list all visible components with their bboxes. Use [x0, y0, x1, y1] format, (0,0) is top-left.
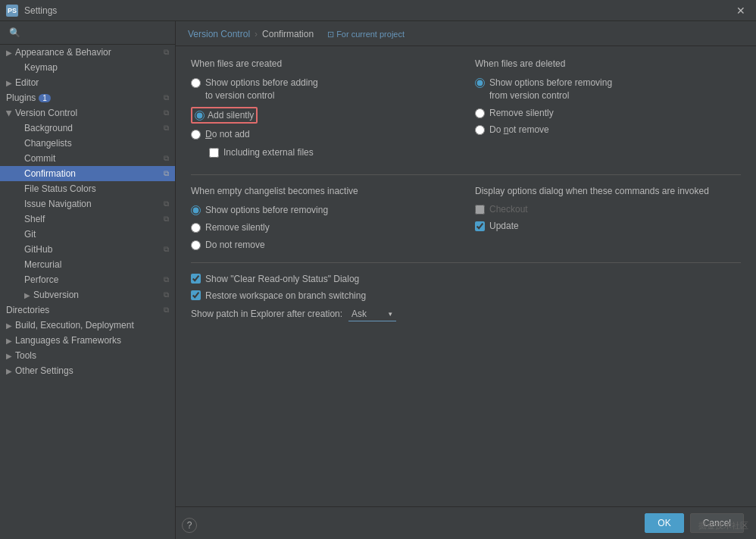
- app-icon: PS: [6, 5, 18, 17]
- sidebar-item-languages[interactable]: ▶ Languages & Frameworks: [0, 333, 175, 348]
- sidebar-item-label: Directories: [6, 305, 49, 315]
- radio-do-not-remove-input[interactable]: [475, 125, 485, 135]
- radio-do-not-add-input[interactable]: [191, 130, 201, 139]
- radio-remove-silently-cl-input[interactable]: [191, 223, 201, 233]
- update-checkbox-row[interactable]: Update: [475, 221, 741, 231]
- including-external-label: Including external files: [223, 147, 314, 158]
- radio-add-silently-row[interactable]: Add silently: [191, 107, 457, 124]
- help-button[interactable]: ?: [182, 518, 197, 533]
- radio-remove-silently-cl-label: Remove silently: [205, 221, 270, 234]
- checkout-checkbox[interactable]: [475, 205, 485, 215]
- sidebar-item-label: Background: [24, 123, 73, 133]
- files-created-section: When files are created Show options befo…: [191, 58, 457, 164]
- sidebar-item-git[interactable]: Git: [0, 227, 175, 242]
- sidebar-item-label: Issue Navigation: [24, 199, 92, 209]
- settings-grid: When files are created Show options befo…: [191, 58, 741, 164]
- show-patch-select-wrapper: Ask Always Never: [348, 307, 396, 321]
- sidebar-item-plugins[interactable]: Plugins 1 ⧉: [0, 90, 175, 105]
- changelist-inactive-section: When empty changelist becomes inactive S…: [191, 186, 457, 251]
- sidebar-item-file-status-colors[interactable]: File Status Colors: [0, 181, 175, 196]
- sidebar-item-background[interactable]: Background ⧉: [0, 121, 175, 136]
- sidebar-item-editor[interactable]: ▶ Editor: [0, 75, 175, 90]
- sidebar-item-label: Version Control: [15, 108, 77, 118]
- bottom-bar: ? OK Cancel 掘金技术社区: [176, 506, 756, 539]
- sidebar-item-perforce[interactable]: Perforce ⧉: [0, 272, 175, 287]
- nav-tree: ▶ Appearance & Behavior ⧉ Keymap ▶ Edito…: [0, 45, 175, 539]
- copy-icon: ⧉: [164, 108, 169, 118]
- radio-add-silently-input[interactable]: [195, 111, 205, 121]
- sidebar-item-keymap[interactable]: Keymap: [0, 60, 175, 75]
- radio-show-before-input[interactable]: [191, 78, 201, 88]
- checkout-label: Checkout: [489, 204, 528, 215]
- sidebar-item-issue-navigation[interactable]: Issue Navigation ⧉: [0, 196, 175, 212]
- sidebar-item-appearance[interactable]: ▶ Appearance & Behavior ⧉: [0, 45, 175, 60]
- breadcrumb: Version Control › Confirmation ⊡ For cur…: [176, 21, 756, 46]
- sidebar-item-commit[interactable]: Commit ⧉: [0, 151, 175, 166]
- files-created-title: When files are created: [191, 58, 457, 69]
- sidebar-item-label: Mercurial: [24, 259, 61, 270]
- radio-do-not-remove-cl-label: Do not remove: [205, 239, 265, 252]
- radio-show-before-removing-label: Show options before removingfrom version…: [489, 77, 612, 102]
- search-box[interactable]: [0, 21, 175, 45]
- sidebar-item-other-settings[interactable]: ▶ Other Settings: [0, 363, 175, 378]
- sidebar-item-github[interactable]: GitHub ⧉: [0, 242, 175, 257]
- changelist-options: Show options before removing Remove sile…: [191, 204, 457, 251]
- radio-do-not-remove-cl-input[interactable]: [191, 240, 201, 250]
- project-tab[interactable]: ⊡ For current project: [327, 30, 405, 39]
- radio-do-not-add-label: Do not add: [205, 128, 250, 141]
- cancel-button[interactable]: Cancel: [690, 513, 744, 533]
- radio-show-options-before[interactable]: Show options before addingto version con…: [191, 77, 457, 102]
- files-deleted-section: When files are deleted Show options befo…: [475, 58, 741, 164]
- copy-icon: ⧉: [164, 199, 169, 208]
- restore-workspace-label: Restore workspace on branch switching: [205, 290, 366, 301]
- radio-remove-silently-row[interactable]: Remove silently: [475, 107, 741, 120]
- close-button[interactable]: ✕: [732, 3, 750, 18]
- sidebar-item-label: Keymap: [24, 62, 58, 73]
- radio-show-before-cl-input[interactable]: [191, 205, 201, 215]
- radio-remove-silently-cl-row[interactable]: Remove silently: [191, 221, 457, 234]
- chevron-right-icon: ▶: [6, 352, 12, 360]
- show-clear-readonly-checkbox[interactable]: [191, 274, 201, 284]
- update-checkbox[interactable]: [475, 221, 485, 231]
- restore-workspace-checkbox[interactable]: [191, 290, 201, 300]
- dialog-body: ▶ Appearance & Behavior ⧉ Keymap ▶ Edito…: [0, 21, 756, 539]
- update-label: Update: [489, 221, 519, 231]
- including-external-checkbox[interactable]: [209, 148, 219, 158]
- radio-do-not-add-row[interactable]: Do not add: [191, 128, 457, 141]
- copy-icon: ⧉: [164, 93, 169, 102]
- copy-icon: ⧉: [164, 169, 169, 178]
- radio-remove-silently-input[interactable]: [475, 108, 485, 118]
- sidebar-item-confirmation[interactable]: Confirmation ⧉: [0, 166, 175, 181]
- sidebar-item-label: Build, Execution, Deployment: [15, 320, 134, 331]
- sidebar-item-changelists[interactable]: Changelists: [0, 136, 175, 151]
- including-external-checkbox-row[interactable]: Including external files: [209, 147, 314, 158]
- checkout-checkbox-row[interactable]: Checkout: [475, 204, 741, 215]
- sidebar-item-mercurial[interactable]: Mercurial: [0, 257, 175, 272]
- radio-do-not-remove-cl-row[interactable]: Do not remove: [191, 239, 457, 252]
- sidebar-item-shelf[interactable]: Shelf ⧉: [0, 212, 175, 227]
- sidebar-item-version-control[interactable]: ▶ Version Control ⧉: [0, 105, 175, 121]
- sidebar-item-directories[interactable]: Directories ⧉: [0, 302, 175, 318]
- radio-do-not-remove-row[interactable]: Do not remove: [475, 124, 741, 136]
- show-clear-readonly-row[interactable]: Show "Clear Read-only Status" Dialog: [191, 274, 741, 284]
- search-input[interactable]: [6, 26, 169, 39]
- ok-button[interactable]: OK: [645, 513, 683, 533]
- sidebar-item-tools[interactable]: ▶ Tools: [0, 348, 175, 363]
- sidebar-item-label: Other Settings: [15, 365, 73, 376]
- restore-workspace-row[interactable]: Restore workspace on branch switching: [191, 290, 741, 301]
- chevron-right-icon: ▶: [6, 337, 12, 345]
- sidebar-item-label: Tools: [15, 350, 36, 361]
- sidebar-item-subversion[interactable]: ▶ Subversion ⧉: [0, 287, 175, 302]
- radio-show-before-cl-row[interactable]: Show options before removing: [191, 204, 457, 217]
- copy-icon: ⧉: [164, 290, 169, 299]
- chevron-down-icon: ▶: [5, 110, 14, 116]
- show-patch-select[interactable]: Ask Always Never: [348, 307, 396, 321]
- sidebar-item-build[interactable]: ▶ Build, Execution, Deployment: [0, 318, 175, 333]
- sidebar-item-label: Git: [24, 229, 36, 240]
- window-title: Settings: [24, 5, 732, 16]
- breadcrumb-parent[interactable]: Version Control: [188, 29, 250, 39]
- chevron-right-icon: ▶: [6, 79, 12, 87]
- radio-show-before-removing-input[interactable]: [475, 78, 485, 88]
- show-clear-readonly-label: Show "Clear Read-only Status" Dialog: [205, 274, 359, 284]
- radio-show-before-removing-row[interactable]: Show options before removingfrom version…: [475, 77, 741, 102]
